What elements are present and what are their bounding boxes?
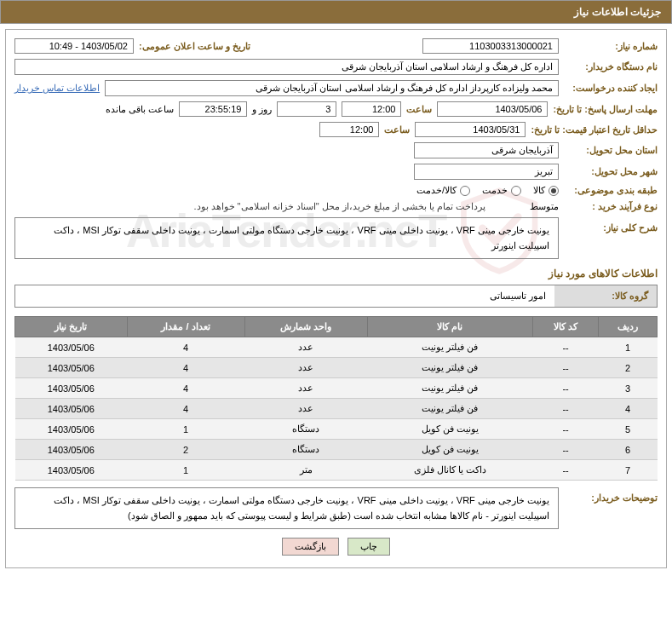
table-cell: -- <box>532 460 598 481</box>
table-cell: 4 <box>127 358 244 378</box>
table-cell: یونیت فن کویل <box>367 419 532 440</box>
table-cell: -- <box>532 440 598 460</box>
deadline-label: مهلت ارسال پاسخ: تا تاریخ: <box>553 104 658 115</box>
table-cell: عدد <box>244 399 367 419</box>
table-header: ردیف <box>599 317 658 337</box>
items-section-title: اطلاعات کالاهای مورد نیاز <box>14 268 658 279</box>
need-no-value: 1103003313000021 <box>422 38 559 54</box>
table-cell: 1 <box>127 419 244 440</box>
table-cell: 6 <box>599 440 658 460</box>
days-remaining: 3 <box>277 101 336 117</box>
countdown-suffix: ساعت باقی مانده <box>106 104 174 115</box>
table-row: 1--فن فیلتر یونیتعدد41403/05/06 <box>15 337 658 358</box>
buyer-org-label: نام دستگاه خریدار: <box>564 61 658 72</box>
table-cell: دستگاه <box>244 419 367 440</box>
radio-goods[interactable]: کالا <box>533 185 559 196</box>
table-cell: 2 <box>599 358 658 378</box>
category-radiogroup: کالا خدمت کالا/خدمت <box>416 185 559 196</box>
table-row: 5--یونیت فن کویلدستگاه11403/05/06 <box>15 419 658 440</box>
deadline-date: 1403/05/06 <box>437 101 548 117</box>
time-label-2: ساعت <box>384 124 410 135</box>
radio-both[interactable]: کالا/خدمت <box>416 185 470 196</box>
table-row: 3--فن فیلتر یونیتعدد41403/05/06 <box>15 378 658 399</box>
province-label: استان محل تحویل: <box>564 145 658 156</box>
table-cell: -- <box>532 419 598 440</box>
announce-value: 1403/05/02 - 10:49 <box>14 38 134 54</box>
table-cell: فن فیلتر یونیت <box>367 378 532 399</box>
table-header: تعداد / مقدار <box>127 317 244 337</box>
table-cell: 4 <box>127 399 244 419</box>
page-title: جزئیات اطلاعات نیاز <box>0 0 672 24</box>
table-cell: فن فیلتر یونیت <box>367 337 532 358</box>
overview-label: شرح کلی نیاز: <box>564 222 658 233</box>
radio-dot-icon <box>549 186 559 196</box>
table-cell: 1403/05/06 <box>15 337 128 358</box>
process-value: متوسط <box>530 201 559 212</box>
buyer-notes-label: توضیحات خریدار: <box>564 492 658 504</box>
print-button[interactable]: چاپ <box>347 538 390 556</box>
requester-value: محمد ولیزاده کارپرداز اداره کل فرهنگ و ا… <box>105 80 559 96</box>
table-cell: عدد <box>244 378 367 399</box>
radio-service[interactable]: خدمت <box>482 185 521 196</box>
table-row: 6--یونیت فن کویلدستگاه21403/05/06 <box>15 440 658 460</box>
table-cell: داکت یا کانال فلزی <box>367 460 532 481</box>
need-no-label: شماره نیاز: <box>564 41 658 52</box>
table-cell: عدد <box>244 337 367 358</box>
requester-label: ایجاد کننده درخواست: <box>564 83 658 94</box>
city-value: تبریز <box>414 164 559 180</box>
table-cell: 4 <box>127 337 244 358</box>
details-frame: AriaTender.neT شماره نیاز: 1103003313000… <box>5 29 667 568</box>
buyer-notes-text: یونیت خارجی مینی VRF ، یونیت داخلی مینی … <box>14 487 559 529</box>
radio-dot-icon <box>511 186 521 196</box>
table-header: نام کالا <box>367 317 532 337</box>
category-label: طبقه بندی موضوعی: <box>564 185 658 196</box>
table-cell: 4 <box>599 399 658 419</box>
table-cell: -- <box>532 337 598 358</box>
days-word: روز و <box>252 104 272 115</box>
validity-label: حداقل تاریخ اعتبار قیمت: تا تاریخ: <box>531 124 658 135</box>
table-cell: 1403/05/06 <box>15 419 128 440</box>
back-button[interactable]: بازگشت <box>282 538 339 556</box>
table-cell: 1403/05/06 <box>15 358 128 378</box>
payment-note: پرداخت تمام یا بخشی از مبلغ خرید،از محل … <box>193 201 485 212</box>
radio-dot-icon <box>460 186 470 196</box>
table-cell: 1403/05/06 <box>15 440 128 460</box>
overview-text: یونیت خارجی مینی VRF ، یونیت داخلی مینی … <box>14 217 559 259</box>
validity-time: 12:00 <box>319 122 379 137</box>
validity-date: 1403/05/31 <box>415 122 526 137</box>
group-label: گروه کالا: <box>554 285 657 307</box>
city-label: شهر محل تحویل: <box>564 166 658 177</box>
table-cell: 2 <box>127 440 244 460</box>
table-header: واحد شمارش <box>244 317 367 337</box>
process-label: نوع فرآیند خرید : <box>564 201 658 212</box>
table-cell: 7 <box>599 460 658 481</box>
table-cell: متر <box>244 460 367 481</box>
table-cell: -- <box>532 399 598 419</box>
table-cell: 5 <box>599 419 658 440</box>
table-cell: 1403/05/06 <box>15 378 128 399</box>
table-row: 4--فن فیلتر یونیتعدد41403/05/06 <box>15 399 658 419</box>
table-cell: 1403/05/06 <box>15 460 128 481</box>
table-cell: 1 <box>127 460 244 481</box>
table-row: 7--داکت یا کانال فلزیمتر11403/05/06 <box>15 460 658 481</box>
table-header: کد کالا <box>532 317 598 337</box>
table-cell: 1 <box>599 337 658 358</box>
province-value: آذربایجان شرقی <box>414 142 559 158</box>
countdown: 23:55:19 <box>179 101 247 117</box>
time-label-1: ساعت <box>406 104 432 115</box>
table-cell: عدد <box>244 358 367 378</box>
group-value: امور تاسیساتی <box>15 285 554 307</box>
table-cell: 3 <box>599 378 658 399</box>
buyer-org-value: اداره کل فرهنگ و ارشاد اسلامی استان آذرب… <box>14 59 559 75</box>
table-cell: دستگاه <box>244 440 367 460</box>
table-header: تاریخ نیاز <box>15 317 128 337</box>
table-cell: -- <box>532 358 598 378</box>
table-cell: فن فیلتر یونیت <box>367 358 532 378</box>
table-cell: 1403/05/06 <box>15 399 128 419</box>
table-cell: -- <box>532 378 598 399</box>
buyer-contact-link[interactable]: اطلاعات تماس خریدار <box>14 83 100 94</box>
table-cell: یونیت فن کویل <box>367 440 532 460</box>
announce-label: تاریخ و ساعت اعلان عمومی: <box>139 41 250 52</box>
group-row: گروه کالا: امور تاسیساتی <box>14 285 658 308</box>
table-cell: 4 <box>127 378 244 399</box>
